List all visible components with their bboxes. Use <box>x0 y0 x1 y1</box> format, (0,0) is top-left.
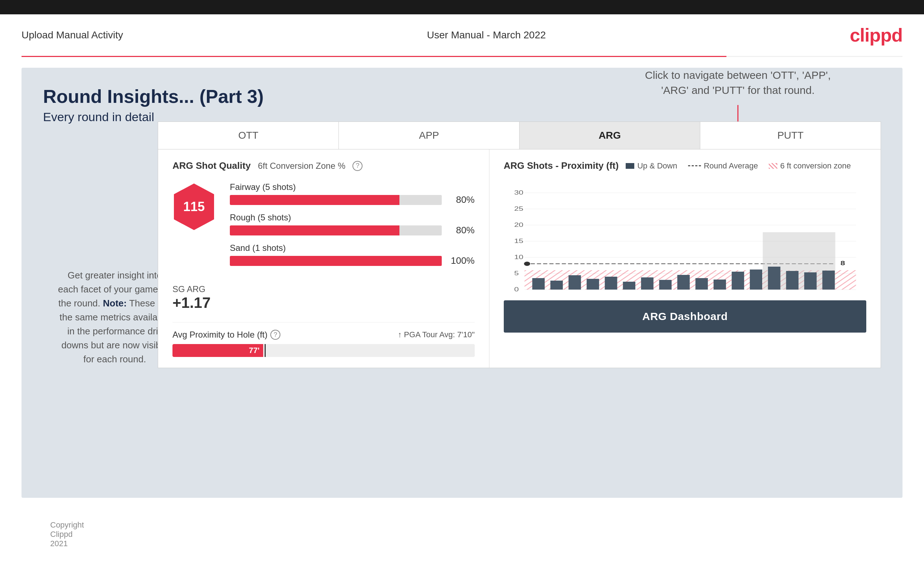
proximity-help-icon[interactable]: ? <box>270 330 280 340</box>
tab-putt[interactable]: PUTT <box>700 122 880 149</box>
sg-arg-label: SG ARG <box>173 284 475 294</box>
bars-area: Fairway (5 shots) 80% Rough <box>230 182 475 274</box>
chart-area: 0 5 10 15 20 25 30 <box>504 179 866 293</box>
sand-bar-pct: 100% <box>446 255 475 266</box>
arg-dashboard-button[interactable]: ARG Dashboard <box>504 300 866 333</box>
main-content-area: Round Insights... (Part 3) Every round i… <box>21 68 903 498</box>
legend-conversion-label: 6 ft conversion zone <box>780 161 851 171</box>
svg-text:20: 20 <box>514 222 523 228</box>
bar-6 <box>623 282 635 290</box>
legend-up-down: Up & Down <box>626 161 677 171</box>
tab-app[interactable]: APP <box>339 122 520 149</box>
legend-up-down-label: Up & Down <box>637 161 677 171</box>
bar-16 <box>804 272 817 290</box>
chart-title: ARG Shots - Proximity (ft) <box>504 160 619 171</box>
bar-17 <box>822 271 835 290</box>
rough-label: Rough (5 shots) <box>230 213 475 222</box>
bar-8 <box>659 280 672 290</box>
header-divider <box>21 56 903 57</box>
sand-bar-row: Sand (1 shots) 100% <box>230 243 475 266</box>
svg-text:8: 8 <box>840 260 845 267</box>
card-right-column: ARG Shots - Proximity (ft) Up & Down Rou… <box>489 150 880 368</box>
legend-box-up-down <box>626 163 634 169</box>
rough-bar-row: Rough (5 shots) 80% <box>230 213 475 236</box>
proximity-bar-value: 77' <box>249 346 260 355</box>
legend-round-avg: Round Average <box>688 161 758 171</box>
bar-12 <box>732 272 744 290</box>
help-icon[interactable]: ? <box>352 161 362 171</box>
clippd-logo: clippd <box>850 24 903 46</box>
bar-1 <box>532 278 544 290</box>
proximity-bar: 77' <box>173 344 475 357</box>
fairway-bar-fill <box>230 195 399 205</box>
chart-legend: Up & Down Round Average 6 ft conversion … <box>626 161 850 171</box>
hex-score-area: 115 Fairway (5 shots) <box>173 182 475 274</box>
sand-bar-track <box>230 256 442 266</box>
quality-title: ARG Shot Quality <box>173 160 250 171</box>
sg-arg-value: +1.17 <box>173 294 475 311</box>
tab-arg[interactable]: ARG <box>520 122 700 149</box>
quality-header: ARG Shot Quality 6ft Conversion Zone % ? <box>173 160 475 171</box>
bar-9 <box>677 275 690 290</box>
fairway-bar-track <box>230 195 442 205</box>
bar-13 <box>750 269 762 290</box>
legend-dashed-line <box>688 165 701 166</box>
quality-subtitle: 6ft Conversion Zone % <box>258 161 345 171</box>
sand-label: Sand (1 shots) <box>230 243 475 253</box>
svg-text:0: 0 <box>514 286 519 293</box>
proximity-bar-fill: 77' <box>173 344 263 357</box>
proximity-cursor <box>265 344 266 357</box>
svg-text:25: 25 <box>514 206 523 212</box>
user-manual-date-label: User Manual - March 2022 <box>427 29 546 41</box>
svg-text:5: 5 <box>514 270 519 277</box>
svg-text:30: 30 <box>514 190 523 196</box>
main-card: OTT APP ARG PUTT ARG Shot Quality 6ft Co… <box>158 121 881 368</box>
top-bar <box>0 0 924 15</box>
card-body: ARG Shot Quality 6ft Conversion Zone % ?… <box>158 150 880 368</box>
bar-11 <box>714 280 726 290</box>
rough-bar-pct: 80% <box>446 225 475 236</box>
bar-14 <box>768 267 780 290</box>
chart-header: ARG Shots - Proximity (ft) Up & Down Rou… <box>504 160 866 171</box>
legend-hatched-box <box>769 163 777 169</box>
pga-avg-label: ↑ PGA Tour Avg: 7'10" <box>398 330 475 339</box>
legend-conversion-zone: 6 ft conversion zone <box>769 161 851 171</box>
bar-7 <box>641 277 654 290</box>
tab-ott[interactable]: OTT <box>158 122 339 149</box>
sg-arg-block: SG ARG +1.17 <box>173 284 475 311</box>
sand-bar-fill <box>230 256 442 266</box>
proximity-section: Avg Proximity to Hole (ft) ? ↑ PGA Tour … <box>173 322 475 357</box>
hexagon-score: 115 <box>173 182 215 232</box>
left-description: Get greater insight into each facet of y… <box>57 268 172 366</box>
copyright-text: Copyright Clippd 2021 <box>50 521 84 548</box>
bar-15 <box>786 271 798 290</box>
fairway-label: Fairway (5 shots) <box>230 182 475 192</box>
hex-score-value: 115 <box>183 199 205 214</box>
proximity-header: Avg Proximity to Hole (ft) ? ↑ PGA Tour … <box>173 330 475 340</box>
legend-round-avg-label: Round Average <box>704 161 758 171</box>
rough-bar-fill <box>230 226 399 235</box>
instruction-text: Click to navigate between 'OTT', 'APP','… <box>645 68 831 98</box>
proximity-title: Avg Proximity to Hole (ft) ? <box>173 330 280 340</box>
bar-5 <box>604 277 617 290</box>
fairway-bar-row: Fairway (5 shots) 80% <box>230 182 475 205</box>
svg-text:10: 10 <box>514 254 523 261</box>
proximity-chart-svg: 0 5 10 15 20 25 30 <box>504 179 866 293</box>
bar-2 <box>550 280 563 290</box>
reference-line-dot <box>524 262 530 266</box>
tabs-container: OTT APP ARG PUTT <box>158 122 880 150</box>
svg-text:15: 15 <box>514 238 523 244</box>
bar-4 <box>586 279 599 290</box>
rough-bar-track <box>230 226 442 235</box>
card-left-column: ARG Shot Quality 6ft Conversion Zone % ?… <box>158 150 489 368</box>
fairway-bar-pct: 80% <box>446 194 475 205</box>
bar-10 <box>695 278 708 290</box>
upload-manual-activity-label: Upload Manual Activity <box>21 29 123 41</box>
header: Upload Manual Activity User Manual - Mar… <box>0 15 924 56</box>
bar-3 <box>568 275 581 290</box>
